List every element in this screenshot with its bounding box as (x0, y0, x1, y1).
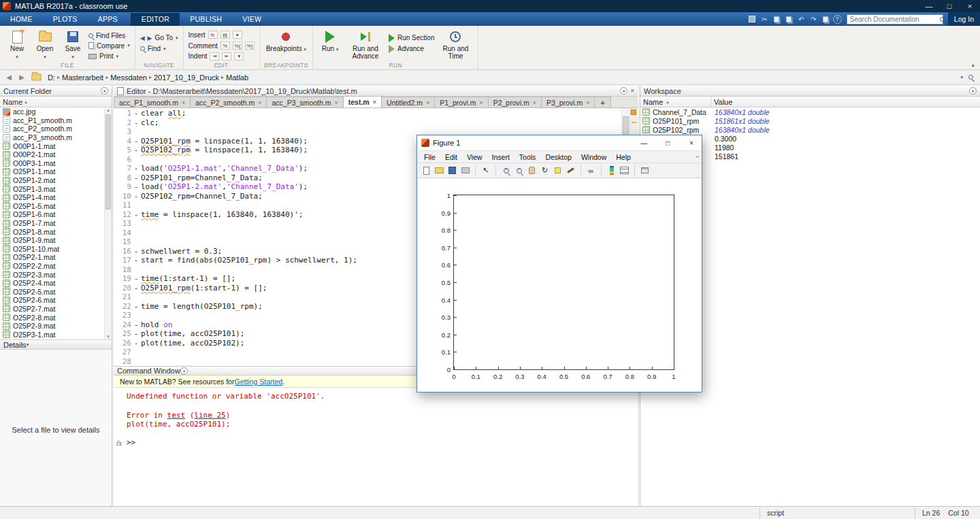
workspace-row[interactable]: Channel_7_Data163840x1 double (640, 107, 980, 116)
rotate-3d-icon[interactable]: ↻ (539, 165, 551, 176)
file-row[interactable]: O25P2-9.mat (0, 322, 112, 331)
close-tab-icon[interactable]: × (479, 99, 483, 106)
figure-title-bar[interactable]: Figure 1 — □ × (417, 135, 702, 150)
file-row[interactable]: O25P1-4.mat (0, 193, 112, 202)
breadcrumb-item[interactable]: Matlab (225, 73, 250, 82)
close-tab-icon[interactable]: × (258, 99, 261, 106)
file-row[interactable]: O25P1-3.mat (0, 184, 112, 193)
advance-button[interactable]: Advance (389, 44, 434, 53)
copy-icon[interactable] (772, 14, 782, 24)
ribbon-tab-editor[interactable]: EDITOR (131, 12, 180, 26)
open-button[interactable]: Open▾ (33, 28, 57, 61)
editor-tab-P3_provi.m[interactable]: P3_provi.m× (541, 97, 595, 107)
file-row[interactable]: O25P2-2.mat (0, 262, 112, 271)
file-row[interactable]: O25P1-5.mat (0, 202, 112, 211)
folder-search-icon[interactable] (968, 75, 973, 80)
file-list[interactable]: ▲ ▼ acc.jpgacc_P1_smooth.macc_P2_smooth.… (0, 107, 112, 339)
breadcrumb-item[interactable]: D: (46, 73, 56, 82)
file-row[interactable]: O25P1-7.mat (0, 219, 112, 228)
print-button[interactable]: Print ▾ (88, 52, 130, 61)
undo-icon[interactable]: ↶ (796, 14, 806, 24)
breakpoints-button[interactable]: Breakpoints ▾ (265, 28, 308, 61)
close-figure-icon[interactable]: × (681, 135, 702, 150)
file-row[interactable]: O25P2-8.mat (0, 313, 112, 322)
insert-legend-icon[interactable] (619, 165, 630, 176)
file-row[interactable]: O25P2-4.mat (0, 279, 112, 288)
editor-tab-test.m[interactable]: test.m× (343, 96, 382, 107)
insert-function-icon[interactable]: fx (208, 31, 218, 39)
zoom-in-icon[interactable] (500, 165, 512, 176)
file-row[interactable]: O25P2-7.mat (0, 305, 112, 314)
getting-started-link[interactable]: Getting Started (234, 378, 282, 386)
minimize-figure-icon[interactable]: — (634, 135, 654, 150)
close-tab-icon[interactable]: × (373, 99, 376, 105)
insert-colorbar-icon[interactable] (606, 165, 617, 176)
file-row[interactable]: O25P1-8.mat (0, 227, 112, 236)
command-prompt[interactable]: fx >> (127, 438, 638, 448)
file-row[interactable]: acc.jpg (0, 107, 112, 116)
file-row[interactable]: O25P1-2.mat (0, 176, 112, 185)
figure-menu-window[interactable]: Window (576, 153, 611, 161)
figure-canvas[interactable]: 00.10.20.30.40.50.60.70.80.9100.10.20.30… (417, 178, 702, 392)
details-bar[interactable]: Details ▾ (0, 339, 112, 350)
find-button[interactable]: Find ▾ (140, 44, 178, 53)
ribbon-tab-view[interactable]: VIEW (232, 12, 272, 26)
ribbon-tab-apps[interactable]: APPS (88, 12, 128, 26)
address-dropdown-icon[interactable]: ▾ (960, 75, 963, 80)
figure-menu-file[interactable]: File (419, 153, 440, 161)
find-files-button[interactable]: Find Files (88, 31, 130, 39)
close-window-icon[interactable]: × (960, 0, 980, 12)
browse-folder-icon[interactable] (31, 74, 41, 81)
uncomment-icon[interactable]: %} (245, 41, 255, 50)
file-row[interactable]: acc_P1_smooth.m (0, 116, 112, 125)
new-figure-icon[interactable] (421, 165, 432, 176)
figure-menu-tools[interactable]: Tools (514, 153, 541, 161)
editor-tab-acc_P2_smooth.m[interactable]: acc_P2_smooth.m× (190, 97, 267, 107)
insert-dropdown-icon[interactable]: ▾ (233, 31, 242, 39)
figure-window[interactable]: Figure 1 — □ × FileEditViewInsertToolsDe… (416, 135, 702, 392)
close-tab-icon[interactable]: × (334, 99, 338, 106)
file-list-column-header[interactable]: Name ▴ (0, 97, 112, 107)
zoom-out-icon[interactable] (513, 165, 525, 176)
indent-right-icon[interactable]: ⇥ (210, 52, 219, 61)
compare-button[interactable]: Compare ▾ (88, 41, 130, 50)
figure-menu-help[interactable]: Help (611, 153, 636, 161)
file-row[interactable]: O25P1-6.mat (0, 210, 112, 219)
scroll-down-icon[interactable]: ▼ (105, 335, 112, 339)
switch-windows-icon[interactable] (821, 14, 831, 24)
brush-icon[interactable] (565, 165, 576, 176)
save-figure-icon[interactable] (446, 165, 458, 176)
minimize-window-icon[interactable]: — (919, 0, 939, 12)
file-row[interactable]: O25P1-10.mat (0, 245, 112, 254)
file-row[interactable]: O25P2-6.mat (0, 296, 112, 305)
menu-overflow-icon[interactable]: » (696, 154, 702, 160)
figure-menu-edit[interactable]: Edit (440, 153, 462, 161)
collapse-ribbon-icon[interactable]: ▴ (971, 61, 975, 68)
breadcrumb-item[interactable]: Messdaten (109, 73, 148, 82)
login-button[interactable]: Log In (948, 12, 980, 26)
new-script-button[interactable]: New▾ (5, 28, 29, 61)
workspace-row[interactable]: O25P101_rpm151861x1 double (640, 116, 980, 125)
new-tab-button[interactable]: + (594, 97, 610, 107)
panel-menu-icon[interactable]: ▾ (180, 367, 188, 375)
command-window-output[interactable]: Undefined function or variable 'accO25P1… (114, 388, 638, 506)
plot-axes[interactable]: 00.10.20.30.40.50.60.70.80.9100.10.20.30… (453, 195, 674, 370)
run-section-button[interactable]: Run Section (389, 33, 434, 42)
ribbon-tab-home[interactable]: HOME (0, 12, 43, 26)
breadcrumb-item[interactable]: 2017_10_19_Druck (152, 73, 220, 82)
save-icon[interactable] (747, 14, 757, 24)
figure-menu-view[interactable]: View (462, 153, 487, 161)
file-row[interactable]: O25P1-9.mat (0, 236, 112, 245)
workspace-column-headers[interactable]: Name▴ Value (640, 97, 980, 107)
data-cursor-icon[interactable] (552, 165, 564, 176)
comment-icon[interactable]: % (220, 41, 230, 50)
save-button[interactable]: Save▾ (61, 28, 85, 61)
panel-menu-icon[interactable]: ▾ (620, 87, 627, 95)
edit-plot-icon[interactable]: ↖ (480, 165, 491, 176)
paste-icon[interactable] (784, 14, 794, 24)
file-list-scrollbar[interactable]: ▲ ▼ (104, 107, 112, 339)
maximize-window-icon[interactable]: □ (939, 0, 960, 12)
file-row[interactable]: O25P3-1.mat (0, 330, 112, 339)
cut-icon[interactable]: ✂ (760, 14, 770, 24)
breadcrumb-item[interactable]: Masterarbeit (61, 73, 105, 82)
